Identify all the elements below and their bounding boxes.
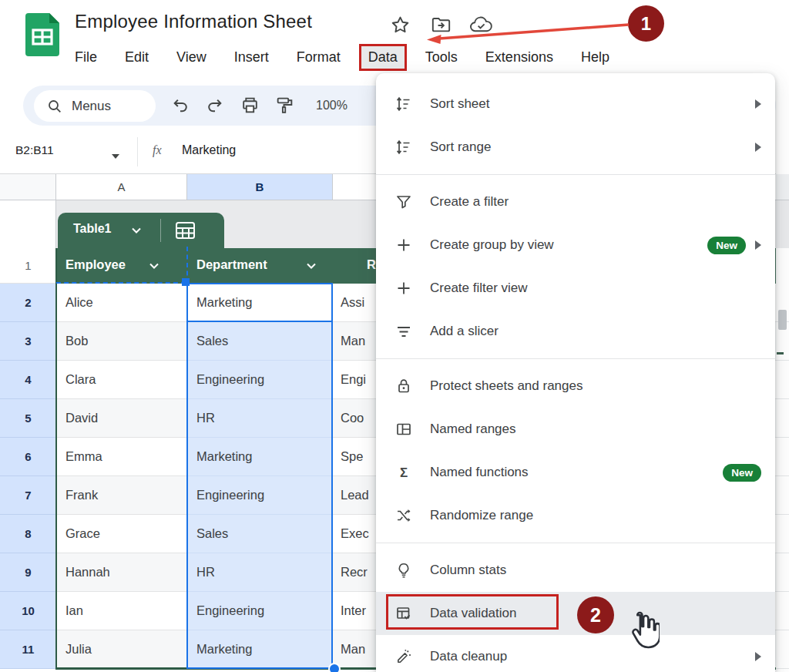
cleanup-icon [395, 648, 412, 665]
menu-item-label: Create a filter [430, 194, 509, 210]
new-badge: New [707, 237, 746, 254]
table-border-left [55, 248, 58, 670]
row-number-11[interactable]: 11 [0, 630, 56, 669]
cell-a4[interactable]: Clara [56, 361, 187, 399]
menus-search[interactable]: Menus [34, 90, 156, 122]
document-title[interactable]: Employee Information Sheet [75, 11, 312, 32]
menu-divider [376, 174, 775, 175]
sliver-chip-band [776, 200, 789, 248]
cell-a10[interactable]: Ian [56, 592, 187, 630]
menubar-item-data[interactable]: Data [361, 46, 405, 69]
star-icon[interactable] [390, 15, 411, 35]
undo-icon[interactable] [171, 96, 190, 115]
select-all-corner[interactable] [0, 174, 56, 200]
name-box-caret-icon[interactable] [112, 154, 119, 159]
menu-item-data-cleanup[interactable]: Data cleanup [376, 635, 775, 672]
menubar-item-format[interactable]: Format [297, 49, 341, 66]
header-department[interactable]: Department [196, 257, 267, 272]
menubar-item-file[interactable]: File [75, 49, 97, 66]
menubar-item-edit[interactable]: Edit [125, 49, 149, 66]
row-number-5[interactable]: 5 [0, 399, 56, 438]
menu-item-randomize-range[interactable]: Randomize range [376, 494, 775, 537]
fx-icon: fx [153, 143, 162, 157]
menu-item-add-a-slicer[interactable]: Add a slicer [376, 310, 775, 353]
print-icon[interactable] [240, 96, 260, 115]
cell-a7[interactable]: Frank [56, 476, 187, 515]
menu-item-create-a-filter[interactable]: Create a filter [376, 180, 775, 223]
table-chip-label[interactable]: Table1 [73, 222, 112, 236]
menubar-item-extensions[interactable]: Extensions [485, 49, 553, 66]
plus-icon [395, 280, 412, 297]
row-number-7[interactable]: 7 [0, 476, 56, 515]
named-ranges-icon [395, 421, 412, 438]
menu-item-sort-sheet[interactable]: Sort sheet [376, 82, 775, 126]
sliver-gridlines [776, 284, 789, 669]
name-box[interactable]: B2:B11 [15, 143, 54, 157]
menubar-item-tools[interactable]: Tools [425, 49, 458, 66]
column-header-a[interactable]: A [56, 174, 187, 200]
right-sheet-sliver [776, 0, 789, 672]
formula-bar-divider [137, 137, 138, 166]
menu-item-column-stats[interactable]: Column stats [376, 549, 775, 592]
row-number-10[interactable]: 10 [0, 592, 56, 630]
lightbulb-icon [395, 562, 412, 579]
search-label: Menus [72, 99, 111, 114]
cell-a2[interactable]: Alice [56, 284, 187, 322]
formula-value[interactable]: Marketing [182, 143, 236, 157]
cell-a9[interactable]: Hannah [56, 553, 187, 592]
svg-text:Σ: Σ [400, 465, 408, 480]
menubar-item-help[interactable]: Help [581, 49, 609, 66]
paint-format-icon[interactable] [275, 96, 294, 115]
menubar-item-insert[interactable]: Insert [234, 49, 269, 66]
menubar: FileEditViewInsertFormatDataToolsExtensi… [75, 44, 609, 70]
header-employee[interactable]: Employee [65, 257, 126, 272]
zoom-level[interactable]: 100% [316, 99, 347, 113]
row-number-3[interactable]: 3 [0, 322, 56, 361]
row-number-4[interactable]: 4 [0, 361, 56, 399]
menu-item-data-validation[interactable]: Data validation [376, 592, 775, 635]
scrollbar-thumb[interactable] [778, 310, 787, 330]
cell-a5[interactable]: David [56, 399, 187, 438]
shuffle-icon [395, 507, 412, 524]
menu-item-create-group-by-view[interactable]: Create group by viewNew [376, 223, 775, 267]
row-number-9[interactable]: 9 [0, 553, 56, 592]
submenu-arrow-icon [755, 99, 761, 109]
chevron-down-icon[interactable] [149, 262, 159, 270]
menu-item-named-ranges[interactable]: Named ranges [376, 408, 775, 451]
row-number-1[interactable]: 1 [0, 248, 56, 284]
menu-divider [376, 358, 775, 359]
annotation-step-2: 2 [577, 596, 614, 633]
row-number-8[interactable]: 8 [0, 515, 56, 553]
cell-a8[interactable]: Grace [56, 515, 187, 553]
menu-item-label: Data cleanup [430, 649, 507, 664]
fill-handle[interactable] [328, 663, 341, 672]
table-grid-icon[interactable] [174, 220, 196, 241]
google-sheets-window: Employee Information Sheet FileEditViewI… [0, 0, 789, 672]
filter-icon [395, 193, 412, 210]
menu-item-label: Sort range [430, 139, 491, 155]
chevron-down-icon[interactable] [131, 227, 142, 234]
menu-item-label: Named functions [430, 465, 529, 480]
plus-icon [395, 237, 412, 254]
sort-range-icon [395, 139, 412, 156]
column-header-b[interactable]: B [187, 174, 333, 200]
search-icon [47, 99, 62, 114]
menu-item-label: Create group by view [430, 237, 554, 253]
header-role-partial[interactable]: R [367, 257, 376, 272]
table-chip[interactable]: Table1 [58, 213, 224, 248]
row-number-6[interactable]: 6 [0, 438, 56, 476]
menu-item-named-functions[interactable]: ΣNamed functionsNew [376, 451, 775, 494]
redo-icon[interactable] [205, 96, 224, 115]
menubar-item-view[interactable]: View [176, 49, 206, 66]
menu-item-create-filter-view[interactable]: Create filter view [376, 267, 775, 310]
sliver-column-header [776, 174, 789, 200]
cell-a3[interactable]: Bob [56, 322, 187, 361]
menu-item-protect-sheets-and-ranges[interactable]: Protect sheets and ranges [376, 365, 775, 408]
sheets-logo-icon [25, 12, 60, 57]
dashed-range-line-horizontal [56, 282, 186, 284]
chevron-down-icon[interactable] [306, 262, 317, 270]
cell-a11[interactable]: Julia [56, 630, 187, 669]
cell-a6[interactable]: Emma [56, 438, 187, 476]
row-number-2[interactable]: 2 [0, 284, 56, 322]
menu-item-sort-range[interactable]: Sort range [376, 126, 775, 169]
